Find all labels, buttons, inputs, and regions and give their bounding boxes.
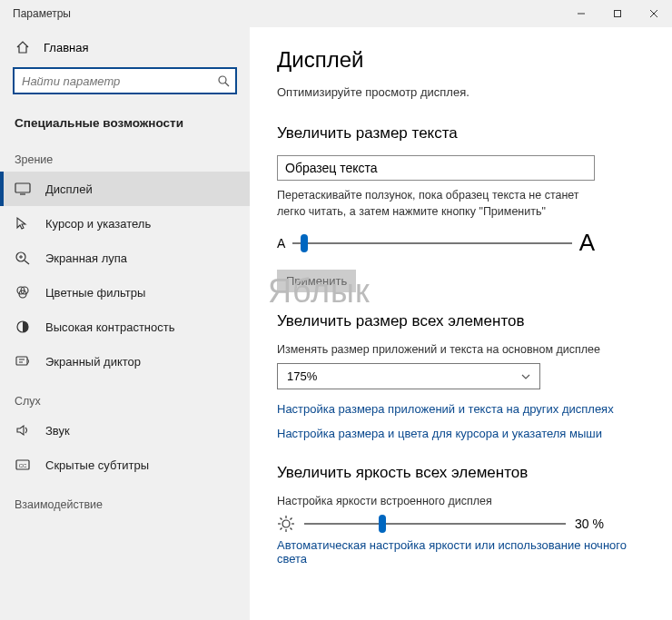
slider-track[interactable] bbox=[292, 242, 571, 244]
page-intro: Оптимизируйте просмотр дисплея. bbox=[277, 85, 645, 99]
color-filters-icon bbox=[15, 285, 31, 300]
sidebar-item-label: Экранная лупа bbox=[45, 251, 127, 265]
sidebar-item-label: Скрытые субтитры bbox=[45, 458, 149, 472]
text-size-hint: Перетаскивайте ползунок, пока образец те… bbox=[277, 188, 595, 220]
svg-rect-1 bbox=[615, 11, 621, 17]
apply-button[interactable]: Применить bbox=[277, 270, 356, 292]
sidebar-item-narrator[interactable]: Экранный диктор bbox=[0, 344, 250, 379]
brightness-heading: Увеличить яркость всех элементов bbox=[277, 464, 645, 482]
sidebar-item-captions[interactable]: CC Скрытые субтитры bbox=[0, 448, 250, 482]
link-other-displays[interactable]: Настройка размера приложений и текста на… bbox=[277, 402, 645, 416]
sun-icon bbox=[277, 515, 295, 533]
home-icon bbox=[15, 40, 31, 54]
maximize-button[interactable] bbox=[599, 0, 636, 27]
link-auto-brightness[interactable]: Автоматическая настройка яркости или исп… bbox=[277, 538, 645, 566]
text-sample-box: Образец текста bbox=[277, 155, 595, 181]
svg-line-5 bbox=[225, 83, 229, 86]
magnifier-icon bbox=[15, 251, 31, 265]
svg-line-25 bbox=[291, 528, 292, 530]
page-title: Дисплей bbox=[277, 47, 645, 73]
svg-line-9 bbox=[25, 261, 29, 264]
text-size-slider[interactable]: A A bbox=[277, 229, 595, 257]
monitor-icon bbox=[15, 182, 31, 196]
svg-line-24 bbox=[281, 518, 282, 520]
titlebar: Параметры bbox=[0, 0, 672, 27]
minimize-button[interactable] bbox=[563, 0, 599, 27]
audio-icon bbox=[15, 423, 31, 438]
contrast-icon bbox=[15, 320, 31, 334]
sidebar-item-label: Высокая контрастность bbox=[45, 320, 175, 334]
sidebar-item-color-filters[interactable]: Цветные фильтры bbox=[0, 275, 250, 310]
svg-line-26 bbox=[281, 528, 282, 530]
cursor-icon bbox=[15, 216, 31, 231]
group-hearing: Слух bbox=[0, 379, 250, 413]
brightness-label: Настройка яркости встроенного дисплея bbox=[277, 495, 645, 507]
search-field[interactable] bbox=[22, 74, 217, 88]
svg-rect-16 bbox=[16, 357, 27, 365]
sidebar-item-magnifier[interactable]: Экранная лупа bbox=[0, 241, 250, 275]
sidebar-item-high-contrast[interactable]: Высокая контрастность bbox=[0, 310, 250, 344]
slider-thumb[interactable] bbox=[301, 234, 308, 252]
scale-heading: Увеличить размер всех элементов bbox=[277, 312, 645, 330]
sidebar-item-display[interactable]: Дисплей bbox=[0, 172, 250, 206]
sidebar-item-label: Дисплей bbox=[45, 182, 93, 196]
svg-line-27 bbox=[291, 518, 292, 520]
sidebar-item-label: Экранный диктор bbox=[45, 355, 141, 369]
home-label: Главная bbox=[44, 41, 88, 54]
scale-value: 175% bbox=[287, 369, 317, 383]
scale-label: Изменять размер приложений и текста на о… bbox=[277, 343, 645, 356]
svg-rect-6 bbox=[15, 183, 30, 192]
close-button[interactable] bbox=[636, 0, 672, 27]
narrator-icon bbox=[15, 354, 31, 369]
sidebar-item-label: Звук bbox=[45, 424, 70, 438]
search-icon bbox=[217, 74, 230, 87]
section-heading: Специальные возможности bbox=[0, 105, 250, 137]
sidebar-item-label: Курсор и указатель bbox=[45, 217, 151, 231]
link-cursor-settings[interactable]: Настройка размера и цвета для курсора и … bbox=[277, 427, 645, 440]
svg-text:CC: CC bbox=[19, 463, 27, 468]
search-input[interactable] bbox=[13, 67, 237, 94]
chevron-down-icon bbox=[521, 374, 530, 379]
group-vision: Зрение bbox=[0, 137, 250, 172]
big-a-icon: A bbox=[579, 229, 595, 257]
window-title: Параметры bbox=[0, 7, 71, 20]
brightness-track[interactable] bbox=[304, 523, 566, 525]
brightness-percent: 30 % bbox=[575, 517, 604, 531]
brightness-slider[interactable]: 30 % bbox=[277, 515, 604, 533]
sidebar: Главная Специальные возможности Зрение Д… bbox=[0, 27, 250, 620]
group-interaction: Взаимодействие bbox=[0, 482, 250, 517]
sidebar-item-label: Цветные фильтры bbox=[45, 286, 145, 300]
small-a-icon: A bbox=[277, 236, 285, 251]
sidebar-item-audio[interactable]: Звук bbox=[0, 413, 250, 448]
text-size-heading: Увеличить размер текста bbox=[277, 124, 645, 143]
home-nav[interactable]: Главная bbox=[0, 33, 250, 62]
main-panel: Дисплей Оптимизируйте просмотр дисплея. … bbox=[250, 27, 672, 620]
svg-point-19 bbox=[282, 520, 290, 527]
sidebar-item-cursor[interactable]: Курсор и указатель bbox=[0, 206, 250, 241]
scale-select[interactable]: 175% bbox=[277, 363, 540, 389]
brightness-thumb[interactable] bbox=[379, 515, 386, 533]
svg-point-4 bbox=[219, 76, 226, 84]
captions-icon: CC bbox=[15, 458, 31, 472]
